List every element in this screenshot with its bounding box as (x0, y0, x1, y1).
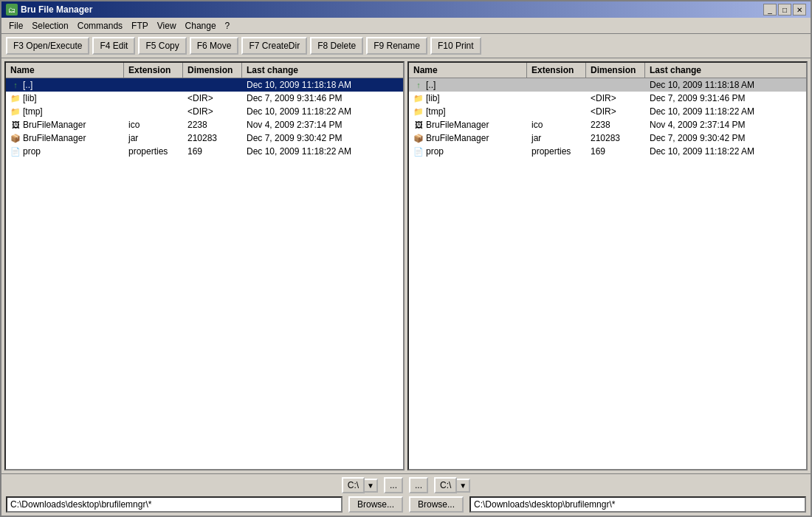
left-cell-date-3: Nov 4, 2009 2:37:14 PM (242, 119, 403, 131)
panels-area: Name Extension Dimension Last change ↑ [… (1, 58, 811, 473)
left-row-bru-jar[interactable]: 📦 BruFileManager jar 210283 Dec 7, 2009 … (6, 131, 403, 145)
right-cell-date-1: Dec 7, 2009 9:31:46 PM (645, 92, 806, 104)
right-col-name[interactable]: Name (409, 63, 527, 78)
maximize-button[interactable]: □ (778, 4, 791, 16)
left-cell-ext-1 (124, 97, 183, 99)
right-cell-ext-1 (527, 97, 586, 99)
folder-icon: 📁 (413, 106, 424, 117)
left-col-ext[interactable]: Extension (124, 63, 183, 78)
left-dots-button[interactable]: ... (384, 477, 403, 493)
left-cell-name-1: 📁 [lib] (6, 92, 124, 104)
f8-delete-button[interactable]: F8 Delete (310, 37, 363, 55)
f6-move-button[interactable]: F6 Move (190, 37, 239, 55)
right-col-ext[interactable]: Extension (527, 63, 586, 78)
right-row-tmp[interactable]: 📁 [tmp] <DIR> Dec 10, 2009 11:18:22 AM (409, 105, 806, 118)
menu-ftp[interactable]: FTP (127, 19, 153, 32)
right-cell-dim-1: <DIR> (586, 92, 645, 104)
f5-copy-button[interactable]: F5 Copy (138, 37, 186, 55)
main-window: 🗂 Bru File Manager _ □ ✕ File Selection … (0, 0, 812, 517)
right-cell-name-1: 📁 [lib] (409, 92, 527, 104)
right-cell-dim-2: <DIR> (586, 106, 645, 117)
left-col-dim[interactable]: Dimension (183, 63, 242, 78)
toolbar: F3 Open/Execute F4 Edit F5 Copy F6 Move … (1, 34, 811, 58)
prop-file-icon: 📄 (413, 146, 424, 157)
f3-open-button[interactable]: F3 Open/Execute (6, 37, 89, 55)
right-drive-dropdown[interactable]: ▼ (457, 479, 470, 493)
left-drive-dropdown[interactable]: ▼ (365, 479, 378, 493)
app-icon: 🗂 (6, 4, 18, 16)
left-browse-button[interactable]: Browse... (348, 496, 403, 513)
f7-createdir-button[interactable]: F7 CreateDir (241, 37, 307, 55)
left-panel-body[interactable]: ↑ [..] Dec 10, 2009 11:18:18 AM 📁 [lib] … (6, 78, 403, 469)
left-cell-name-2: 📁 [tmp] (6, 106, 124, 117)
right-panel-body[interactable]: ↑ [..] Dec 10, 2009 11:18:18 AM 📁 [lib] … (409, 78, 806, 469)
right-dots-button[interactable]: ... (409, 477, 428, 493)
right-row-prop[interactable]: 📄 prop properties 169 Dec 10, 2009 11:18… (409, 145, 806, 158)
left-cell-date-2: Dec 10, 2009 11:18:22 AM (242, 106, 403, 117)
right-path-input[interactable] (469, 496, 806, 513)
right-cell-date-3: Nov 4, 2009 2:37:14 PM (645, 119, 806, 131)
right-drive-button[interactable]: C:\ (434, 477, 457, 493)
right-col-dim[interactable]: Dimension (586, 63, 645, 78)
left-cell-date-4: Dec 7, 2009 9:30:42 PM (242, 132, 403, 144)
left-cell-dim-1: <DIR> (183, 92, 242, 104)
close-button[interactable]: ✕ (793, 4, 806, 16)
left-row-lib[interactable]: 📁 [lib] <DIR> Dec 7, 2009 9:31:46 PM (6, 92, 403, 105)
left-cell-dim-4: 210283 (183, 132, 242, 144)
right-cell-dim-4: 210283 (586, 132, 645, 144)
f10-print-button[interactable]: F10 Print (430, 37, 481, 55)
left-col-date[interactable]: Last change (242, 63, 403, 78)
f4-edit-button[interactable]: F4 Edit (92, 37, 135, 55)
left-cell-ext-5: properties (124, 145, 183, 157)
menu-commands[interactable]: Commands (73, 19, 127, 32)
left-cell-ext-2 (124, 111, 183, 112)
right-cell-ext-0 (527, 84, 586, 86)
up-icon: ↑ (413, 80, 424, 90)
left-cell-name-3: 🖼 BruFileManager (6, 119, 124, 131)
menu-file[interactable]: File (4, 19, 27, 32)
right-row-up[interactable]: ↑ [..] Dec 10, 2009 11:18:18 AM (409, 78, 806, 92)
right-cell-ext-2 (527, 111, 586, 112)
title-bar: 🗂 Bru File Manager _ □ ✕ (1, 1, 811, 18)
left-cell-date-1: Dec 7, 2009 9:31:46 PM (242, 92, 403, 104)
menu-bar: File Selection Commands FTP View Change … (1, 18, 811, 34)
left-panel: Name Extension Dimension Last change ↑ [… (4, 61, 405, 470)
right-cell-name-3: 🖼 BruFileManager (409, 119, 527, 131)
jar-file-icon: 📦 (413, 133, 424, 143)
window-title: Bru File Manager (21, 4, 92, 15)
menu-selection[interactable]: Selection (27, 19, 72, 32)
right-cell-dim-0 (586, 84, 645, 86)
right-cell-dim-5: 169 (586, 145, 645, 157)
left-row-prop[interactable]: 📄 prop properties 169 Dec 10, 2009 11:18… (6, 145, 403, 158)
left-row-up[interactable]: ↑ [..] Dec 10, 2009 11:18:18 AM (6, 78, 403, 92)
right-browse-button[interactable]: Browse... (409, 496, 464, 513)
right-row-bru-jar[interactable]: 📦 BruFileManager jar 210283 Dec 7, 2009 … (409, 131, 806, 145)
right-panel: Name Extension Dimension Last change ↑ [… (407, 61, 808, 470)
left-cell-dim-5: 169 (183, 145, 242, 157)
left-cell-name-5: 📄 prop (6, 145, 124, 157)
ico-file-icon: 🖼 (10, 120, 21, 130)
left-row-tmp[interactable]: 📁 [tmp] <DIR> Dec 10, 2009 11:18:22 AM (6, 105, 403, 118)
right-cell-name-5: 📄 prop (409, 145, 527, 157)
right-drive-selector: C:\ ▼ (434, 477, 470, 493)
left-cell-date-5: Dec 10, 2009 11:18:22 AM (242, 145, 403, 157)
menu-view[interactable]: View (153, 19, 181, 32)
right-row-lib[interactable]: 📁 [lib] <DIR> Dec 7, 2009 9:31:46 PM (409, 92, 806, 105)
left-col-name[interactable]: Name (6, 63, 124, 78)
right-cell-name-2: 📁 [tmp] (409, 106, 527, 117)
left-drive-button[interactable]: C:\ (342, 477, 365, 493)
left-row-bru-ico[interactable]: 🖼 BruFileManager ico 2238 Nov 4, 2009 2:… (6, 118, 403, 131)
right-cell-date-2: Dec 10, 2009 11:18:22 AM (645, 106, 806, 117)
left-path-input[interactable] (6, 496, 343, 513)
right-row-bru-ico[interactable]: 🖼 BruFileManager ico 2238 Nov 4, 2009 2:… (409, 118, 806, 131)
f9-rename-button[interactable]: F9 Rename (366, 37, 427, 55)
menu-change[interactable]: Change (181, 19, 221, 32)
right-col-date[interactable]: Last change (645, 63, 806, 78)
menu-help[interactable]: ? (221, 19, 235, 32)
left-cell-dim-0 (183, 84, 242, 86)
left-cell-name-4: 📦 BruFileManager (6, 132, 124, 144)
ico-file-icon: 🖼 (413, 120, 424, 130)
left-drive-selector: C:\ ▼ (342, 477, 378, 493)
left-cell-dim-3: 2238 (183, 119, 242, 131)
minimize-button[interactable]: _ (763, 4, 777, 16)
